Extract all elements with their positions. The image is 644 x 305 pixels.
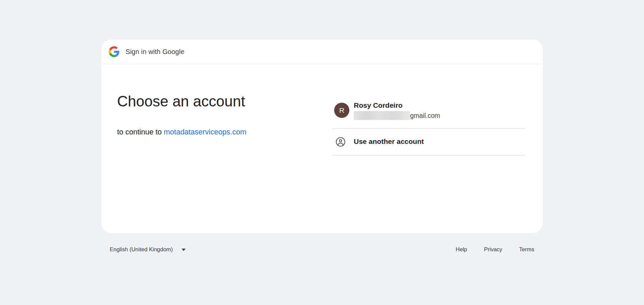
use-another-account-button[interactable]: Use another account: [332, 128, 525, 155]
signin-card: Sign in with Google Choose an account to…: [101, 40, 543, 233]
avatar: R: [334, 103, 349, 118]
account-info: Rosy Cordeiro gmail.com: [354, 101, 440, 120]
footer-links: Help Privacy Terms: [456, 246, 534, 253]
email-redacted-blur: [354, 111, 410, 120]
header-title: Sign in with Google: [126, 48, 184, 56]
subtitle-text: to continue to: [117, 128, 164, 136]
continue-destination-link[interactable]: motadataserviceops.com: [164, 128, 246, 136]
avatar-initial: R: [339, 106, 344, 115]
use-another-account-label: Use another account: [354, 137, 424, 146]
person-circle-icon: [336, 137, 346, 147]
chevron-down-icon: [182, 249, 186, 251]
account-name: Rosy Cordeiro: [354, 101, 440, 109]
divider: [332, 155, 525, 155]
account-email: gmail.com: [354, 111, 440, 120]
google-logo-icon: [109, 46, 119, 57]
email-visible-text: gmail.com: [410, 111, 440, 120]
account-row[interactable]: R Rosy Cordeiro gmail.com: [332, 97, 525, 128]
language-label: English (United Kingdom): [110, 246, 173, 253]
page-title: Choose an account: [117, 92, 245, 110]
account-list: R Rosy Cordeiro gmail.com Use another ac…: [332, 40, 525, 233]
terms-link[interactable]: Terms: [519, 246, 534, 253]
privacy-link[interactable]: Privacy: [484, 246, 502, 253]
help-link[interactable]: Help: [456, 246, 467, 253]
language-selector[interactable]: English (United Kingdom): [110, 246, 186, 253]
subtitle: to continue to motadataserviceops.com: [117, 127, 246, 137]
